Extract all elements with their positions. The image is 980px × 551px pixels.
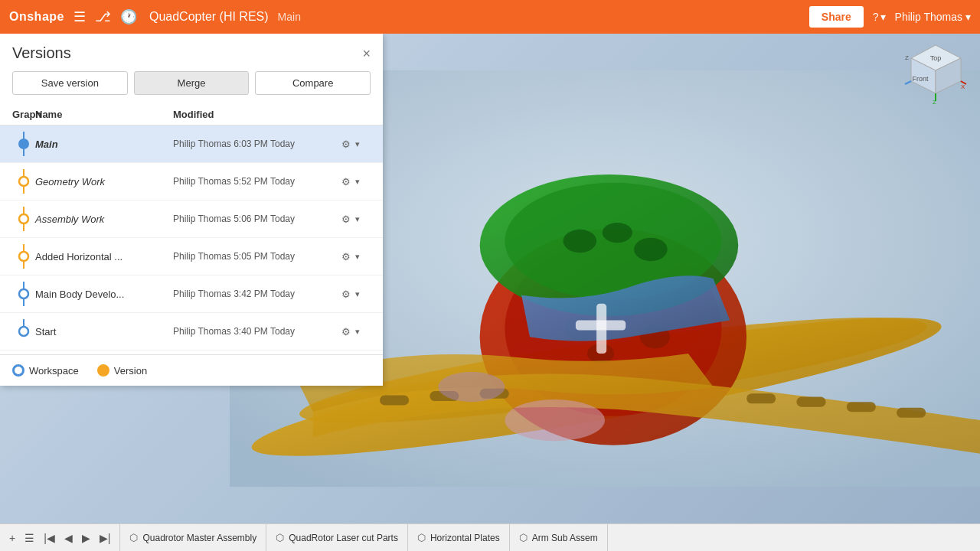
user-menu[interactable]: Philip Thomas ▾ xyxy=(895,11,971,23)
graph-indicator-4 xyxy=(12,282,35,306)
panel-header: Versions × xyxy=(0,34,383,68)
row-actions-3: ⚙ ▾ xyxy=(340,249,371,264)
assembly-icon-0: ⬡ xyxy=(129,532,138,543)
caret-button-1[interactable]: ▾ xyxy=(354,175,361,188)
caret-button-4[interactable]: ▾ xyxy=(354,288,361,301)
version-name-2: Assembly Work xyxy=(35,214,173,225)
caret-button-2[interactable]: ▾ xyxy=(354,213,361,226)
caret-button-0[interactable]: ▾ xyxy=(354,138,361,151)
tab-quadrotor-master[interactable]: ⬡ Quadrotor Master Assembly xyxy=(120,524,266,551)
tab-laser-cut[interactable]: ⬡ QuadRotor Laser cut Parts xyxy=(266,524,408,551)
merge-button[interactable]: Merge xyxy=(134,71,250,95)
svg-rect-24 xyxy=(576,320,626,330)
history-icon[interactable]: 🕐 xyxy=(120,8,137,25)
save-version-button[interactable]: Save version xyxy=(12,71,128,95)
tab-label-2: Horizontal Plates xyxy=(430,533,500,543)
tab-label-0: Quadrotor Master Assembly xyxy=(142,533,256,543)
svg-point-12 xyxy=(603,223,632,243)
assembly-icon-3: ⬡ xyxy=(519,532,528,543)
table-row[interactable]: Main Body Develo... Philip Thomas 3:42 P… xyxy=(0,276,383,313)
svg-rect-14 xyxy=(380,395,409,405)
onshape-logo[interactable]: Onshape xyxy=(9,10,64,24)
graph-line-1 xyxy=(16,169,31,194)
user-name: Philip Thomas xyxy=(895,11,962,23)
menu-icon[interactable]: ☰ xyxy=(74,8,86,25)
share-button[interactable]: Share xyxy=(809,6,864,28)
svg-rect-17 xyxy=(746,393,776,403)
branch-icon[interactable]: ⎇ xyxy=(95,8,111,25)
bottom-bar: + ☰ |◀ ◀ ▶ ▶| ⬡ Quadrotor Master Assembl… xyxy=(0,523,980,551)
close-button[interactable]: × xyxy=(362,47,371,60)
panel-title: Versions xyxy=(12,44,71,62)
version-name-3: Added Horizontal ... xyxy=(35,251,173,262)
version-legend-label: Version xyxy=(114,365,147,377)
graph-indicator-5 xyxy=(12,319,35,344)
workspace-legend-label: Workspace xyxy=(29,365,79,377)
nav-cube[interactable]: Top Front X Z Z xyxy=(903,41,969,106)
version-legend-dot xyxy=(97,364,109,377)
col-modified: Modified xyxy=(173,109,340,120)
svg-rect-18 xyxy=(796,397,825,407)
graph-line-2 xyxy=(16,207,31,231)
tab-label-3: Arm Sub Assem xyxy=(532,533,598,543)
first-tab-button[interactable]: |◀ xyxy=(41,530,58,546)
svg-point-13 xyxy=(634,238,668,261)
version-modified-3: Philip Thomas 5:05 PM Today xyxy=(173,251,340,262)
tab-horizontal-plates[interactable]: ⬡ Horizontal Plates xyxy=(408,524,510,551)
gear-button-3[interactable]: ⚙ xyxy=(340,249,352,264)
caret-button-3[interactable]: ▾ xyxy=(354,250,361,263)
gear-button-2[interactable]: ⚙ xyxy=(340,212,352,227)
svg-text:Front: Front xyxy=(912,75,929,83)
gear-button-0[interactable]: ⚙ xyxy=(340,137,352,152)
table-row[interactable]: Start Philip Thomas 3:40 PM Today ⚙ ▾ xyxy=(0,313,383,350)
add-tab-button[interactable]: + xyxy=(6,530,18,546)
svg-point-45 xyxy=(19,289,28,298)
branch-name: Main xyxy=(278,11,301,23)
row-actions-1: ⚙ ▾ xyxy=(340,174,371,189)
gear-button-4[interactable]: ⚙ xyxy=(340,287,352,302)
help-icon: ? xyxy=(873,11,879,23)
svg-line-30 xyxy=(905,81,911,84)
svg-point-41 xyxy=(19,214,28,223)
list-tabs-button[interactable]: ☰ xyxy=(21,530,38,546)
svg-point-47 xyxy=(19,327,28,336)
tab-arm-sub-assem[interactable]: ⬡ Arm Sub Assem xyxy=(510,524,608,551)
last-tab-button[interactable]: ▶| xyxy=(96,530,114,546)
prev-tab-button[interactable]: ◀ xyxy=(61,530,76,546)
user-chevron: ▾ xyxy=(965,11,971,23)
gear-button-1[interactable]: ⚙ xyxy=(340,174,352,189)
table-row[interactable]: Assembly Work Philip Thomas 5:06 PM Toda… xyxy=(0,201,383,238)
versions-panel: Versions × Save version Merge Compare Gr… xyxy=(0,34,383,386)
table-row[interactable]: Geometry Work Philip Thomas 5:52 PM Toda… xyxy=(0,163,383,201)
svg-point-43 xyxy=(19,252,28,261)
help-button[interactable]: ? ▾ xyxy=(873,11,886,23)
table-row[interactable]: Added Horizontal ... Philip Thomas 5:05 … xyxy=(0,238,383,276)
caret-button-5[interactable]: ▾ xyxy=(354,325,361,338)
workspace-legend: Workspace xyxy=(12,364,79,377)
row-actions-0: ⚙ ▾ xyxy=(340,137,371,152)
graph-line-0 xyxy=(16,132,31,156)
table-row[interactable]: Main Philip Thomas 6:03 PM Today ⚙ ▾ xyxy=(0,126,383,163)
svg-point-37 xyxy=(19,139,28,148)
compare-button[interactable]: Compare xyxy=(255,71,371,95)
svg-text:X: X xyxy=(961,83,965,90)
graph-indicator xyxy=(12,132,35,156)
parts-icon-1: ⬡ xyxy=(276,532,284,543)
svg-point-39 xyxy=(19,177,28,186)
version-modified-2: Philip Thomas 5:06 PM Today xyxy=(173,214,340,224)
bottom-controls: + ☰ |◀ ◀ ▶ ▶| xyxy=(0,524,120,551)
next-tab-button[interactable]: ▶ xyxy=(79,530,93,546)
graph-line-3 xyxy=(16,244,31,269)
svg-text:Z: Z xyxy=(905,54,909,61)
row-actions-4: ⚙ ▾ xyxy=(340,287,371,302)
graph-indicator-1 xyxy=(12,169,35,194)
svg-text:Z: Z xyxy=(933,99,936,106)
gear-button-5[interactable]: ⚙ xyxy=(340,324,352,339)
graph-indicator-2 xyxy=(12,207,35,231)
graph-line-5 xyxy=(16,319,31,344)
main-area: Top Front X Z Z Versions × xyxy=(0,34,980,523)
bottom-tabs: ⬡ Quadrotor Master Assembly ⬡ QuadRotor … xyxy=(120,524,980,551)
document-title: QuadCopter (HI RES) xyxy=(149,10,269,24)
version-modified-4: Philip Thomas 3:42 PM Today xyxy=(173,289,340,299)
svg-point-11 xyxy=(564,230,597,253)
